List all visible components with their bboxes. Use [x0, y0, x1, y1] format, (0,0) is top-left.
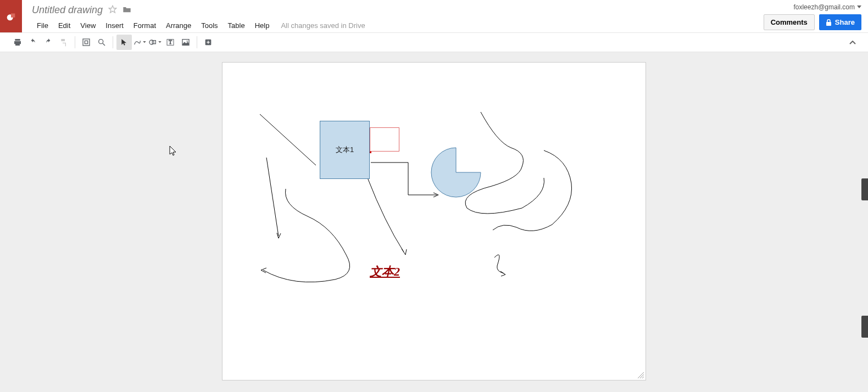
- fit-icon[interactable]: [79, 35, 94, 50]
- svg-marker-2: [109, 5, 116, 13]
- svg-point-13: [187, 41, 188, 42]
- svg-rect-5: [85, 41, 87, 43]
- paint-format-icon: [56, 35, 71, 50]
- dropdown-icon: [857, 5, 861, 9]
- canvas-svg: [222, 63, 647, 381]
- share-button[interactable]: Share: [819, 14, 861, 30]
- shape-text-1: 文本1: [336, 145, 354, 155]
- svg-point-6: [99, 40, 103, 44]
- menu-bar: File Edit View Insert Format Arrange Too…: [32, 19, 868, 32]
- shape-tool-icon[interactable]: [147, 35, 163, 50]
- menu-help[interactable]: Help: [250, 19, 275, 32]
- redo-icon[interactable]: [41, 35, 56, 50]
- toolbar: T: [0, 32, 868, 52]
- print-icon[interactable]: [10, 35, 25, 50]
- undo-icon[interactable]: [25, 35, 41, 50]
- menu-table[interactable]: Table: [223, 19, 250, 32]
- collapse-toolbar-icon[interactable]: [847, 36, 858, 49]
- menu-file[interactable]: File: [32, 19, 53, 32]
- select-tool-icon[interactable]: [116, 35, 132, 50]
- text-box-2[interactable]: 文本2: [370, 264, 400, 280]
- canvas-area[interactable]: 文本1 文本2: [0, 52, 868, 392]
- menu-tools[interactable]: Tools: [196, 19, 222, 32]
- shape-rectangle-2[interactable]: [370, 127, 399, 152]
- svg-line-21: [640, 374, 644, 378]
- title-area: Untitled drawing File Edit View Insert F…: [22, 0, 868, 32]
- image-icon[interactable]: [178, 35, 193, 50]
- insert-comment-icon[interactable]: [201, 35, 216, 50]
- svg-rect-1: [11, 13, 15, 17]
- side-panel-tab-1[interactable]: [861, 178, 868, 200]
- zoom-icon[interactable]: [94, 35, 109, 50]
- line-tool-icon[interactable]: [132, 35, 147, 50]
- canvas-resize-handle[interactable]: [637, 371, 644, 379]
- shape-rectangle-1[interactable]: 文本1: [320, 121, 370, 179]
- cursor-icon: [169, 145, 177, 156]
- svg-text:T: T: [169, 40, 172, 45]
- side-panel-tab-2[interactable]: [861, 316, 868, 338]
- svg-rect-3: [826, 22, 831, 26]
- svg-line-22: [642, 377, 644, 378]
- svg-line-17: [260, 114, 316, 165]
- app-logo[interactable]: [0, 0, 22, 32]
- folder-icon[interactable]: [123, 5, 131, 15]
- star-icon[interactable]: [108, 5, 117, 15]
- menu-view[interactable]: View: [75, 19, 101, 32]
- svg-rect-4: [83, 39, 90, 46]
- user-account[interactable]: foxleezh@gmail.com: [793, 3, 861, 11]
- drawing-canvas[interactable]: 文本1 文本2: [222, 62, 646, 380]
- lock-icon: [826, 19, 832, 26]
- user-email-text: foxleezh@gmail.com: [793, 3, 855, 11]
- svg-line-7: [103, 43, 105, 46]
- save-status: All changes saved in Drive: [281, 21, 365, 30]
- menu-insert[interactable]: Insert: [101, 19, 129, 32]
- text-box-icon[interactable]: T: [163, 35, 178, 50]
- document-title[interactable]: Untitled drawing: [32, 4, 103, 16]
- menu-format[interactable]: Format: [129, 19, 161, 32]
- share-label: Share: [835, 18, 855, 26]
- menu-edit[interactable]: Edit: [53, 19, 75, 32]
- svg-line-18: [266, 158, 279, 236]
- comments-button[interactable]: Comments: [764, 14, 815, 30]
- app-header: Untitled drawing File Edit View Insert F…: [0, 0, 868, 32]
- menu-arrange[interactable]: Arrange: [161, 19, 196, 32]
